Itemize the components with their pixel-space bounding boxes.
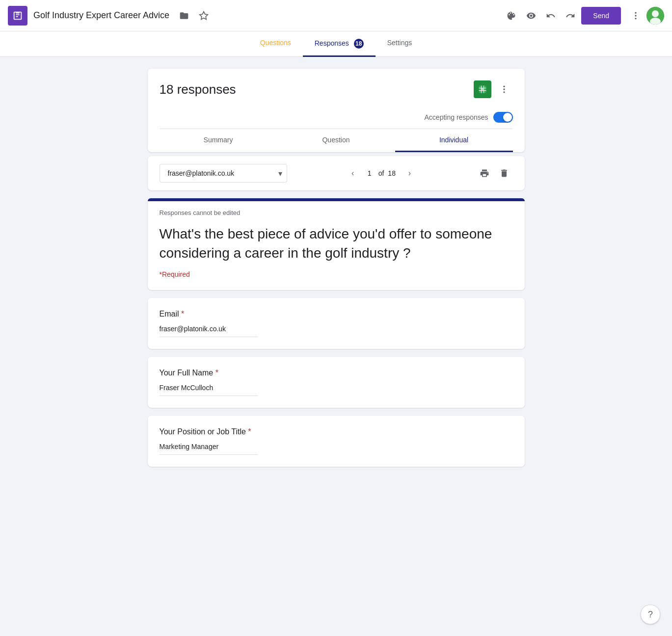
top-nav: Golf Industry Expert Career Advice Send xyxy=(0,0,672,31)
google-sheets-button[interactable]: + xyxy=(474,80,491,98)
response-tabs: Summary Question Individual xyxy=(160,129,513,152)
accepting-toggle[interactable] xyxy=(493,112,513,123)
eye-icon xyxy=(526,11,536,21)
jobtitle-field-value: Marketing Manager xyxy=(160,443,258,455)
delete-button[interactable] xyxy=(495,164,513,182)
required-label: *Required xyxy=(160,270,513,278)
jobtitle-required-asterisk: * xyxy=(248,427,251,436)
pagination-actions xyxy=(476,164,513,182)
svg-point-4 xyxy=(652,10,659,17)
print-button[interactable] xyxy=(476,164,493,182)
delete-icon xyxy=(499,168,509,178)
svg-point-2 xyxy=(635,18,636,19)
star-button[interactable] xyxy=(195,7,213,25)
of-label: of xyxy=(378,169,384,177)
send-button[interactable]: Send xyxy=(581,7,621,25)
main-content: 18 responses + Accepting xyxy=(140,69,533,467)
folder-button[interactable] xyxy=(175,7,193,25)
card-top-bar xyxy=(148,198,525,201)
svg-point-12 xyxy=(503,86,505,87)
rtab-individual[interactable]: Individual xyxy=(395,129,513,152)
responses-header-card: 18 responses + Accepting xyxy=(148,69,525,152)
rtab-summary[interactable]: Summary xyxy=(160,129,277,152)
email-select-wrap: fraser@platonik.co.uk ▾ xyxy=(160,164,287,183)
help-button[interactable]: ? xyxy=(641,605,660,624)
tab-settings[interactable]: Settings xyxy=(376,32,424,57)
star-icon xyxy=(199,11,209,21)
avatar[interactable] xyxy=(646,7,664,25)
print-icon xyxy=(480,168,489,178)
app-title: Golf Industry Expert Career Advice xyxy=(33,10,169,21)
accepting-row: Accepting responses xyxy=(160,106,513,129)
responses-top-row: 18 responses + xyxy=(160,80,513,98)
tabs-bar: Questions Responses 18 Settings xyxy=(0,31,672,57)
palette-button[interactable] xyxy=(503,7,520,25)
svg-point-0 xyxy=(635,12,636,13)
svg-point-13 xyxy=(503,88,505,90)
fullname-field-value: Fraser McCulloch xyxy=(160,384,258,396)
email-field-label: Email * xyxy=(160,310,513,318)
more-options-button[interactable] xyxy=(627,7,645,25)
current-page: 1 xyxy=(365,169,375,177)
respondent-select[interactable]: fraser@platonik.co.uk xyxy=(160,164,287,183)
undo-button[interactable] xyxy=(542,7,560,25)
responses-badge: 18 xyxy=(354,39,364,49)
email-field-value: fraser@platonik.co.uk xyxy=(160,325,258,337)
svg-text:+: + xyxy=(481,87,484,92)
more-vert-icon xyxy=(499,84,509,94)
forms-logo-icon xyxy=(12,10,23,21)
folder-icon xyxy=(179,11,189,21)
app-logo xyxy=(8,6,27,26)
more-options-responses-button[interactable] xyxy=(495,80,513,98)
redo-icon xyxy=(565,11,575,21)
prev-page-button[interactable]: ‹ xyxy=(345,165,361,181)
tab-responses[interactable]: Responses 18 xyxy=(303,32,376,57)
undo-icon xyxy=(546,11,556,21)
fullname-field-label: Your Full Name * xyxy=(160,369,513,377)
fullname-required-asterisk: * xyxy=(215,369,218,377)
sheets-icon: + xyxy=(478,84,487,94)
responses-count: 18 responses xyxy=(160,82,236,97)
avatar-image xyxy=(646,7,664,25)
tab-questions[interactable]: Questions xyxy=(248,32,303,57)
email-field-card: Email * fraser@platonik.co.uk xyxy=(148,298,525,349)
next-page-button[interactable]: › xyxy=(402,165,417,181)
preview-button[interactable] xyxy=(522,7,540,25)
svg-point-1 xyxy=(635,15,636,16)
redo-button[interactable] xyxy=(562,7,579,25)
nav-right: Send xyxy=(503,7,664,25)
question-title: What's the best piece of advice you'd of… xyxy=(160,224,513,263)
email-required-asterisk: * xyxy=(181,310,184,318)
jobtitle-field-card: Your Position or Job Title * Marketing M… xyxy=(148,416,525,467)
question-card: Responses cannot be edited What's the be… xyxy=(148,198,525,290)
accepting-label: Accepting responses xyxy=(425,113,488,121)
svg-point-14 xyxy=(503,91,505,93)
nav-icons xyxy=(175,7,213,25)
total-pages: 18 xyxy=(388,169,398,177)
pagination: ‹ 1 of 18 › xyxy=(293,165,470,181)
individual-controls: fraser@platonik.co.uk ▾ ‹ 1 of 18 › xyxy=(148,156,525,190)
palette-icon xyxy=(507,11,516,21)
rtab-question[interactable]: Question xyxy=(277,129,395,152)
fullname-field-card: Your Full Name * Fraser McCulloch xyxy=(148,357,525,408)
cannot-edit-notice: Responses cannot be edited xyxy=(160,209,513,216)
responses-actions: + xyxy=(474,80,513,98)
jobtitle-field-label: Your Position or Job Title * xyxy=(160,427,513,436)
more-icon xyxy=(631,11,641,21)
